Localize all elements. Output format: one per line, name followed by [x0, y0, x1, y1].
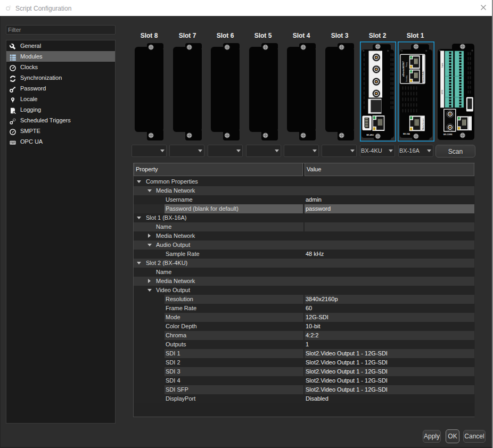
svg-text:Network Audio: Network Audio [422, 71, 424, 82]
svg-text:BX-16A: BX-16A [403, 133, 410, 135]
svg-text:GPIO: GPIO [441, 90, 443, 94]
svg-text:Inputs: Inputs [441, 63, 443, 68]
svg-text:dDante/AES67: dDante/AES67 [402, 61, 405, 77]
svg-text:BX-CORE: BX-CORE [443, 134, 453, 136]
svg-text:BX-4KU: BX-4KU [367, 134, 374, 136]
svg-text:Primary: Primary [406, 62, 408, 67]
svg-text:Secondary: Secondary [406, 75, 408, 82]
svg-text:Media Network: Media Network [422, 118, 424, 130]
